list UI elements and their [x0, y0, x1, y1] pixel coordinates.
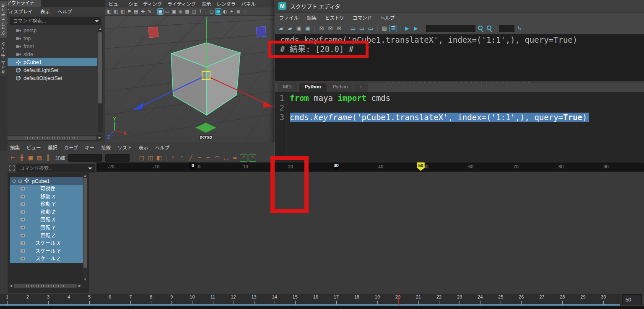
- shadows-icon[interactable]: ●: [235, 8, 242, 15]
- outliner-command-search-input[interactable]: コマンド検索...: [10, 17, 101, 25]
- clear-history-icon[interactable]: ⊠: [318, 25, 325, 32]
- graph-editor-menu-item[interactable]: 接線: [101, 144, 111, 151]
- view-compass-red-plane[interactable]: [148, 27, 158, 38]
- gate-mask-icon[interactable]: ◉: [177, 8, 184, 15]
- script-tab-+[interactable]: +: [354, 83, 368, 92]
- keyframe-tick[interactable]: [398, 295, 399, 305]
- script-history-pane[interactable]: cmds.keyframe('pCube1.translateX', index…: [275, 34, 644, 81]
- goto-line-input[interactable]: [499, 25, 514, 32]
- insert-keys-icon[interactable]: ╫: [18, 154, 26, 162]
- view-compass-blue-plane[interactable]: [256, 26, 266, 37]
- timeline-frame-4[interactable]: 4: [68, 294, 70, 299]
- scrollbar-thumb[interactable]: [98, 32, 102, 103]
- camera-settings-icon[interactable]: ◧: [119, 8, 126, 15]
- safe-action-icon[interactable]: ◫: [191, 8, 197, 15]
- flat-tangent-icon[interactable]: ─: [196, 154, 203, 162]
- chevron-down-icon[interactable]: [95, 20, 99, 24]
- goto-line-icon[interactable]: ↳: [516, 25, 523, 32]
- grid-icon[interactable]: ▦: [157, 8, 164, 15]
- timeline-frame-27[interactable]: 27: [539, 294, 544, 299]
- show-line-numbers-toggle-icon[interactable]: ☰: [390, 25, 397, 32]
- chevron-down-icon[interactable]: [88, 167, 92, 172]
- time-slider[interactable]: 1234567891011121314151617181920212223242…: [0, 293, 621, 306]
- viewport-menu-item[interactable]: 表示: [201, 0, 211, 7]
- field-chart-icon[interactable]: ▩: [184, 8, 190, 15]
- viewport-menu-item[interactable]: ライティング: [167, 0, 196, 7]
- scroll-right-icon[interactable]: ▶: [97, 135, 102, 141]
- scrollbar-thumb[interactable]: [6, 136, 96, 140]
- graph-editor-menu-item[interactable]: ヘルプ: [155, 144, 170, 151]
- range-start-marker[interactable]: 0: [189, 162, 197, 171]
- timeline-frame-8[interactable]: 8: [150, 294, 152, 299]
- camera-icon[interactable]: ◧: [106, 8, 112, 15]
- outliner-item-defaultLightSet[interactable]: defaultLightSet: [0, 66, 97, 74]
- graph-editor-command-search-input[interactable]: コマンド検索...: [16, 164, 95, 173]
- timeline-frame-1[interactable]: 1: [6, 294, 8, 299]
- script-editor-menu-item[interactable]: コマンド: [353, 14, 372, 21]
- code-line-3[interactable]: 3cmds.keyframe('pCube1.translateX', inde…: [275, 113, 644, 122]
- channel-row-スケール-Y[interactable]: スケール Y: [10, 247, 86, 255]
- auto-tangent-icon[interactable]: ◡: [222, 154, 230, 162]
- outliner-item-pCube1[interactable]: pCube1: [0, 58, 97, 66]
- plateau-tangent-icon[interactable]: ◠: [213, 154, 221, 162]
- outliner-menu-item[interactable]: ヘルプ: [57, 8, 72, 15]
- range-end-marker[interactable]: 30: [332, 162, 340, 171]
- scrollbar-thumb[interactable]: [14, 284, 77, 288]
- script-editor-menu-item[interactable]: ヘルプ: [380, 14, 395, 21]
- echo-all-commands-icon[interactable]: ▭: [349, 25, 357, 32]
- textured-icon[interactable]: ◐: [222, 8, 228, 15]
- expand-icon[interactable]: ⊞: [18, 178, 22, 184]
- timeline-frame-15[interactable]: 15: [293, 294, 298, 299]
- timeline-frame-19[interactable]: 19: [375, 294, 380, 299]
- timeline-frame-7[interactable]: 7: [129, 294, 132, 299]
- scroll-right-icon[interactable]: ▶: [77, 283, 82, 288]
- timeline-frame-24[interactable]: 24: [478, 294, 483, 299]
- outliner-item-persp[interactable]: persp: [0, 26, 97, 34]
- timeline-frame-12[interactable]: 12: [231, 294, 236, 299]
- graph-editor-menu-item[interactable]: カーブ: [64, 144, 78, 151]
- graph-editor-menu-item[interactable]: キー: [85, 144, 94, 151]
- timeline-frame-11[interactable]: 11: [210, 294, 215, 299]
- clear-all-icon[interactable]: ⊠: [335, 25, 343, 32]
- out-tangent-icon[interactable]: ◝: [249, 154, 256, 162]
- script-tab-mel[interactable]: MEL: [278, 83, 299, 92]
- graph-editor-menu-item[interactable]: リスト: [117, 144, 132, 151]
- execute-icon[interactable]: ▶: [412, 25, 420, 32]
- script-tab-python[interactable]: Python: [327, 83, 353, 92]
- fixed-tangent-icon[interactable]: ≈: [231, 154, 239, 162]
- scroll-up-icon[interactable]: ▲: [98, 27, 103, 31]
- in-tangent-icon[interactable]: ◜: [240, 154, 247, 162]
- current-frame-field[interactable]: 50: [622, 294, 642, 305]
- stacked-view-icon[interactable]: ◫: [147, 154, 154, 162]
- channel-row-スケール-Z[interactable]: スケール Z: [10, 255, 86, 263]
- command-completion-icon[interactable]: ▧: [381, 25, 388, 32]
- scroll-left-icon[interactable]: ◀: [8, 283, 13, 288]
- graph-editor-menu-item[interactable]: 編集: [10, 144, 20, 151]
- scrollbar-thumb[interactable]: [83, 178, 87, 268]
- viewport-menu-item[interactable]: パネル: [241, 0, 256, 7]
- tree-vertical-scrollbar[interactable]: ▲ ▼: [83, 174, 87, 282]
- show-stack-trace-icon[interactable]: ▭: [358, 25, 366, 32]
- timeline-frame-3[interactable]: 3: [47, 294, 49, 299]
- pan-zoom-icon[interactable]: ✚: [140, 8, 146, 15]
- editor-tab-time-editor[interactable]: タイム エディタ: [0, 39, 7, 76]
- safe-title-icon[interactable]: T: [197, 8, 204, 15]
- resolution-gate-icon[interactable]: ▣: [171, 8, 177, 15]
- step-tangent-icon[interactable]: ⌐: [205, 154, 212, 162]
- camera-lock-icon[interactable]: ◧: [113, 8, 119, 15]
- timeline-frame-29[interactable]: 29: [580, 294, 585, 299]
- script-editor-menu-item[interactable]: ヒストリ: [325, 14, 344, 21]
- timeline-frame-21[interactable]: 21: [416, 294, 421, 299]
- outliner-horizontal-scrollbar[interactable]: ◀ ▶: [0, 135, 102, 141]
- graph-editor-menu-item[interactable]: 表示: [139, 144, 148, 151]
- channel-row-回転-X[interactable]: 回転 X: [10, 216, 86, 224]
- channel-row-スケール-X[interactable]: スケール X: [10, 239, 86, 247]
- tree-node-pcube1[interactable]: ⊖ ⊞ pCube1: [10, 177, 86, 185]
- bookmark-icon[interactable]: ⚑: [126, 8, 132, 15]
- timeline-frame-6[interactable]: 6: [109, 294, 111, 299]
- timeline-frame-2[interactable]: 2: [26, 294, 29, 299]
- key-stats-field-2[interactable]: [105, 154, 130, 162]
- timeline-frame-10[interactable]: 10: [190, 294, 195, 299]
- code-line-2[interactable]: 2: [275, 103, 644, 113]
- linear-tangent-icon[interactable]: ╱: [187, 154, 195, 162]
